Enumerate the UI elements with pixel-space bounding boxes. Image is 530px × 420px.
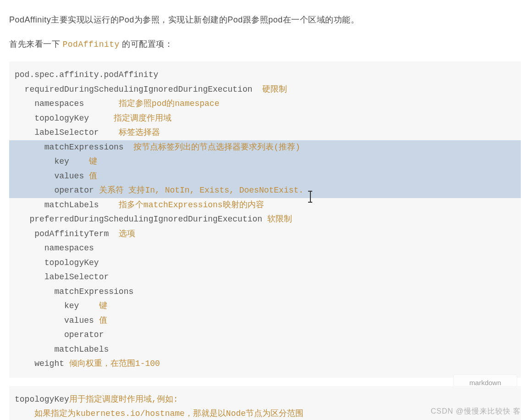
cb1-h4: operator 关系符 支持In, NotIn, Exists, DoesNo…	[15, 183, 515, 198]
cb1-l10: matchLabels 指多个matchExpressions映射的内容	[15, 198, 515, 213]
code-block-2[interactable]: topologyKey用于指定调度时作用域,例如: 如果指定为kubernete…	[9, 386, 521, 420]
cb1-l3: namespaces 指定参照pod的namespace	[15, 97, 515, 111]
cb1-l19: operator	[15, 328, 515, 343]
intro-paragraph-1: PodAffinity主要实现以运行的Pod为参照，实现让新创建的Pod跟参照p…	[9, 13, 521, 27]
cb1-h3: values 值	[15, 169, 515, 184]
cb1-l18: values 值	[15, 314, 515, 328]
intro-paragraph-2: 首先来看一下 PodAffinity 的可配置项：	[9, 37, 521, 52]
cb1-l13: namespaces	[15, 241, 515, 256]
cb1-l1: pod.spec.affinity.podAffinity	[15, 68, 515, 83]
cb1-l11: preferredDuringSchedulingIgnoredDuringEx…	[15, 212, 515, 227]
cb1-l4: topologyKey 指定调度作用域	[15, 111, 515, 126]
cb1-l12: podAffinityTerm 选项	[15, 227, 515, 242]
cb1-l21: weight 倾向权重，在范围1-100	[15, 357, 515, 371]
intro-p2-post: 的可配置项：	[120, 39, 173, 49]
cb1-l20: matchLabels	[15, 343, 515, 357]
cb1-l16: matchExpressions	[15, 285, 515, 299]
cb1-l17: key 键	[15, 299, 515, 314]
cb1-h2: key 键	[15, 155, 515, 169]
code-block-1[interactable]: pod.spec.affinity.podAffinity requiredDu…	[9, 61, 521, 378]
cb1-h1: matchExpressions 按节点标签列出的节点选择器要求列表(推荐)	[15, 140, 515, 155]
intro-p2-code: PodAffinity	[63, 40, 120, 49]
cb2-l2: 如果指定为kubernetes.io/hostname，那就是以Node节点为区…	[15, 407, 515, 420]
cb1-l2: requiredDuringSchedulingIgnoredDuringExe…	[15, 83, 515, 97]
cb1-l15: labelSelector	[15, 270, 515, 285]
cb1-l14: topologyKey	[15, 256, 515, 271]
intro-p2-pre: 首先来看一下	[9, 39, 63, 49]
cb2-l1: topologyKey用于指定调度时作用域,例如:	[15, 392, 515, 407]
cb1-l5: labelSelector 标签选择器	[15, 126, 515, 140]
cb1-highlight: matchExpressions 按节点标签列出的节点选择器要求列表(推荐) k…	[9, 140, 521, 198]
